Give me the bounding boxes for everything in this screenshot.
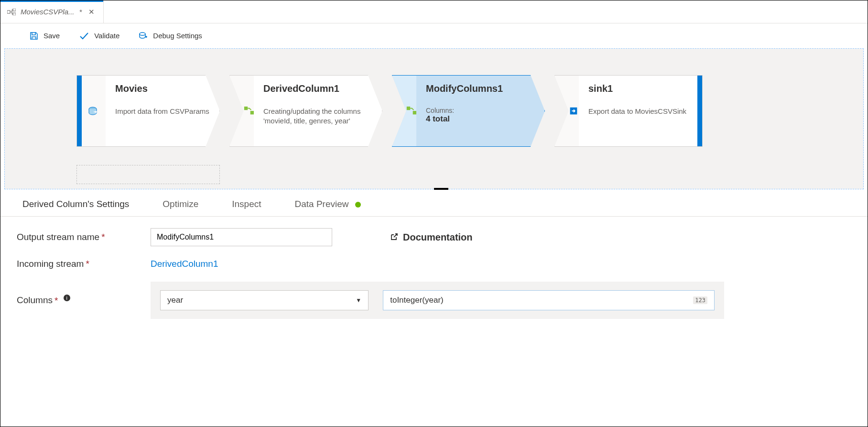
node-derivedcolumn1[interactable]: DerivedColumn1 Creating/updating the col… <box>229 75 382 147</box>
documentation-label: Documentation <box>403 232 473 243</box>
svg-rect-8 <box>413 111 416 114</box>
column-expression-value: toInteger(year) <box>390 296 444 305</box>
add-transformation-button[interactable]: + <box>379 137 385 148</box>
svg-rect-6 <box>250 111 254 114</box>
tab-close-button[interactable]: ✕ <box>87 8 97 16</box>
node-subtitle2: 4 total <box>426 114 535 124</box>
source-icon <box>82 76 106 146</box>
sink-icon <box>555 76 579 146</box>
preview-status-dot <box>355 202 361 208</box>
tab-bar: MoviesCSVPla... * ✕ <box>0 0 868 23</box>
output-stream-input[interactable] <box>151 228 332 246</box>
validate-label: Validate <box>94 32 119 40</box>
node-desc: Creating/updating the columns 'movieId, … <box>263 107 372 125</box>
debug-label: Debug Settings <box>153 32 202 40</box>
node-subtitle1: Columns: <box>426 107 535 114</box>
tab-inspect[interactable]: Inspect <box>232 199 261 209</box>
tab-title: MoviesCSVPla... <box>21 8 75 16</box>
derived-icon <box>392 76 416 146</box>
node-desc: Import data from CSVParams <box>115 107 210 116</box>
external-link-icon <box>390 233 398 241</box>
dataflow-canvas[interactable]: Movies Import data from CSVParams + Deri… <box>4 48 864 189</box>
incoming-stream-link[interactable]: DerivedColumn1 <box>151 259 218 269</box>
debug-settings-button[interactable]: Debug Settings <box>139 31 202 41</box>
add-source-placeholder[interactable] <box>76 165 220 184</box>
tab-settings[interactable]: Derived Column's Settings <box>22 199 129 209</box>
column-name-select[interactable]: year ▼ <box>160 290 369 310</box>
add-transformation-button[interactable]: + <box>217 137 222 148</box>
node-title: ModifyColumns1 <box>426 83 535 94</box>
node-modifycolumns1[interactable]: ModifyColumns1 Columns: 4 total + <box>392 75 545 147</box>
tab-dataflow[interactable]: MoviesCSVPla... * ✕ <box>0 0 104 23</box>
caret-down-icon: ▼ <box>356 297 361 304</box>
incoming-stream-label: Incoming stream* <box>17 259 141 269</box>
panel-resize-handle[interactable] <box>434 188 448 190</box>
columns-editor: year ▼ toInteger(year) 123 <box>151 282 724 319</box>
dataflow-icon <box>7 9 16 15</box>
output-stream-label: Output stream name* <box>17 232 141 242</box>
detail-tabs: Derived Column's Settings Optimize Inspe… <box>0 189 868 217</box>
svg-rect-2 <box>13 13 16 15</box>
node-title: DerivedColumn1 <box>263 83 372 94</box>
node-desc: Export data to MoviesCSVSink <box>588 107 688 116</box>
add-transformation-button[interactable]: + <box>542 137 547 148</box>
node-source-movies[interactable]: Movies Import data from CSVParams + <box>76 75 220 147</box>
tab-optimize[interactable]: Optimize <box>163 199 198 209</box>
columns-label: Columns* i <box>17 295 141 306</box>
check-icon <box>79 31 89 41</box>
column-name-value: year <box>167 296 183 305</box>
column-expression-input[interactable]: toInteger(year) 123 <box>383 290 715 310</box>
svg-rect-7 <box>407 107 410 110</box>
derived-icon <box>230 76 254 146</box>
data-preview-label: Data Preview <box>295 199 349 209</box>
node-title: Movies <box>115 83 210 94</box>
type-badge: 123 <box>693 296 707 304</box>
node-title: sink1 <box>588 83 688 94</box>
details-panel: Derived Column's Settings Optimize Inspe… <box>0 189 868 352</box>
tab-data-preview[interactable]: Data Preview <box>295 199 361 209</box>
save-button[interactable]: Save <box>29 31 60 41</box>
info-icon[interactable]: i <box>64 295 70 301</box>
toolbar: Save Validate Debug Settings <box>0 23 868 48</box>
svg-point-3 <box>140 33 145 35</box>
documentation-link[interactable]: Documentation <box>390 232 473 243</box>
validate-button[interactable]: Validate <box>79 31 119 41</box>
svg-rect-1 <box>13 9 16 11</box>
svg-rect-0 <box>7 11 10 13</box>
save-label: Save <box>43 32 60 40</box>
tab-dirty-indicator: * <box>79 8 82 16</box>
svg-rect-5 <box>244 107 248 110</box>
save-icon <box>29 31 39 41</box>
debug-icon <box>139 31 148 41</box>
node-sink1[interactable]: sink1 Export data to MoviesCSVSink <box>554 75 703 147</box>
